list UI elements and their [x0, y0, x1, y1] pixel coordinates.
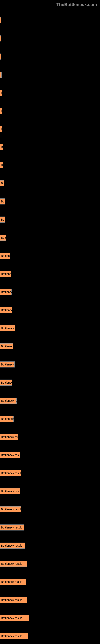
chart-bar: B — [0, 90, 2, 96]
bar-row: Bottleneck result — [0, 470, 100, 476]
chart-bar: Bo — [0, 180, 4, 186]
bar-row: B — [0, 144, 100, 150]
bar-row: Bottleneck resu — [0, 307, 100, 313]
bar-row: B — [0, 108, 100, 114]
bar-row: Bo — [0, 162, 100, 168]
bar-row: Bottleneck res — [0, 343, 100, 349]
chart-bar: Bottleneck — [0, 289, 12, 295]
bar-row: Bottleneck result — [0, 434, 100, 440]
chart-bar: Bottleneck resu — [0, 307, 12, 313]
bar-row: Bott — [0, 198, 100, 204]
bar-row: Bottleneck resul — [0, 362, 100, 368]
chart-bar: Bott — [0, 198, 5, 204]
site-title: TheBottleneck.com — [0, 0, 100, 9]
bar-row: Bottleneck result — [0, 506, 100, 512]
chart-bar — [0, 72, 1, 78]
chart-bar: Bottleneck result — [0, 398, 17, 404]
chart-bar: Bottleneck result — [0, 542, 25, 548]
bar-row: Bottleneck result — [0, 488, 100, 494]
chart-bar: Bottleneck result — [0, 633, 28, 639]
chart-bar: Bottleneck result — [0, 452, 20, 458]
bar-row: Bottleneck result — [0, 579, 100, 585]
bar-row: Bottleneck resu — [0, 416, 100, 422]
bar-row: B — [0, 126, 100, 132]
bar-row: Bo — [0, 180, 100, 186]
chart-bar: B — [0, 108, 2, 114]
bar-row: Bottleneck — [0, 289, 100, 295]
chart-bar: Bottleneck result — [0, 561, 27, 567]
chart-bar: Bottleneck result — [0, 615, 29, 621]
chart-container: BBBBBoBoBottBottBottlBottlenecBottleneck… — [0, 9, 100, 644]
bar-row — [0, 72, 100, 78]
bar-row — [0, 17, 100, 23]
bar-row: Bottleneck re — [0, 380, 100, 386]
bar-row: Bottleneck result — [0, 325, 100, 331]
bar-row: B — [0, 90, 100, 96]
bar-row: Bottleneck result — [0, 615, 100, 621]
bar-row: Bottleneck result — [0, 452, 100, 458]
chart-bar: Bottleneck re — [0, 271, 11, 277]
chart-bar: Bottleneck result — [0, 524, 24, 530]
bar-row: Bottl — [0, 235, 100, 241]
chart-bar: Bottleneck resu — [0, 416, 14, 422]
chart-bar: Bottleneck re — [0, 380, 12, 386]
chart-bar: Bottleneck result — [0, 470, 21, 476]
bar-row — [0, 36, 100, 42]
bar-row: Bottleneck result — [0, 524, 100, 530]
chart-bar — [0, 17, 1, 23]
chart-bar: Bottleneck result — [0, 325, 15, 331]
bar-row: Bottleneck result — [0, 561, 100, 567]
chart-bar: B — [0, 144, 3, 150]
bar-row: Bottleneck result — [0, 597, 100, 603]
bar-row: Bottlenec — [0, 253, 100, 259]
chart-bar: Bottleneck result — [0, 488, 20, 494]
bar-row: Bottleneck re — [0, 271, 100, 277]
chart-bar: Bottleneck resul — [0, 362, 15, 368]
bar-row: Bott — [0, 216, 100, 222]
chart-bar: Bottleneck result — [0, 597, 27, 603]
chart-bar — [0, 36, 1, 42]
chart-bar: Bott — [0, 216, 5, 222]
chart-bar: Bo — [0, 162, 3, 168]
chart-bar — [0, 54, 1, 60]
chart-bar: Bottleneck result — [0, 434, 18, 440]
bar-row: Bottleneck result — [0, 542, 100, 548]
chart-bar: Bottleneck result — [0, 579, 26, 585]
bar-row — [0, 54, 100, 60]
chart-bar: Bottl — [0, 235, 6, 241]
bar-row: Bottleneck result — [0, 633, 100, 639]
chart-bar: Bottleneck result — [0, 506, 21, 512]
bar-row: Bottleneck result — [0, 398, 100, 404]
chart-bar: Bottlenec — [0, 253, 10, 259]
chart-bar: Bottleneck res — [0, 343, 13, 349]
chart-bar: B — [0, 126, 2, 132]
